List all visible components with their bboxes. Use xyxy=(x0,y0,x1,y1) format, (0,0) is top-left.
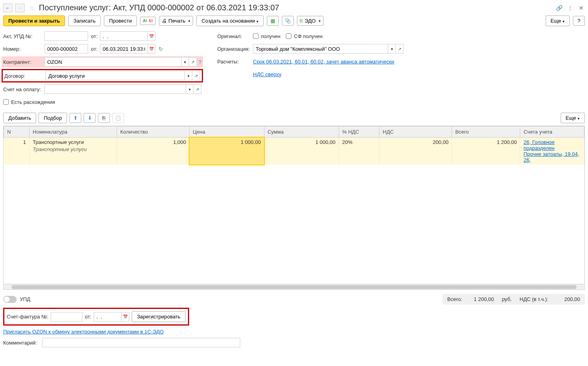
sf-received-label: СФ получен xyxy=(294,33,322,39)
invoice-acc-input[interactable] xyxy=(44,84,186,94)
cell-n[interactable]: 1 xyxy=(4,138,30,165)
items-table[interactable]: N Номенклатура Количество Цена Сумма % Н… xyxy=(3,126,585,284)
col-sum[interactable]: Сумма xyxy=(264,126,339,138)
more-button-table[interactable]: Еще▾ xyxy=(561,113,585,123)
calc-label: Расчеты: xyxy=(217,59,253,65)
arrow-down-icon: ⬇ xyxy=(88,115,92,121)
post-button[interactable]: Провести xyxy=(104,15,137,26)
original-label: Оригинал: xyxy=(217,33,253,39)
move-down-button[interactable]: ⬇ xyxy=(84,113,96,123)
number-from-label: от: xyxy=(88,46,98,52)
cell-total[interactable]: 1 200,00 xyxy=(452,138,520,165)
invoice-label: Счет-фактура №: xyxy=(7,314,48,320)
page-title: Поступление услуг: Акт, УПД 0000-000002 … xyxy=(39,3,553,12)
register-button[interactable]: Зарегистрировать xyxy=(132,311,185,322)
paste-button[interactable]: 📋 xyxy=(112,113,124,123)
contract-input[interactable] xyxy=(46,71,184,80)
refresh-icon[interactable]: ↻ xyxy=(159,46,163,52)
arrow-up-icon: ⬆ xyxy=(73,115,78,121)
paste-icon: 📋 xyxy=(115,115,121,121)
col-n[interactable]: N xyxy=(4,126,30,138)
copy-button[interactable]: ⎘ xyxy=(98,113,110,123)
edo-button[interactable]: ⎘ЭДО▾ xyxy=(297,16,324,26)
nav-forward-button[interactable]: → xyxy=(15,4,25,12)
save-button[interactable]: Записать xyxy=(68,15,101,26)
select-button[interactable]: Подбор xyxy=(38,113,67,123)
cell-quantity[interactable]: 1,000 xyxy=(117,138,190,165)
open-icon[interactable]: ↗ xyxy=(396,44,404,54)
act-number-input[interactable] xyxy=(44,31,88,41)
cell-accounts[interactable]: 26, Головное подразделен Прочие затраты,… xyxy=(520,138,584,165)
col-vat-pct[interactable]: % НДС xyxy=(339,126,379,138)
calendar-icon[interactable]: 📅 xyxy=(121,312,129,322)
org-input[interactable] xyxy=(253,44,388,54)
col-total[interactable]: Всего xyxy=(452,126,520,138)
nav-back-button[interactable]: ← xyxy=(3,4,13,12)
counterparty-label: Контрагент: xyxy=(3,59,44,65)
act-date-input[interactable] xyxy=(100,31,147,41)
print-button[interactable]: 🖨Печать▾ xyxy=(159,16,193,26)
edo-invite-link[interactable]: Пригласить OZON к обмену электронными до… xyxy=(3,329,164,335)
more-button-toolbar[interactable]: Еще▾ xyxy=(546,15,570,26)
number-date-input[interactable] xyxy=(100,44,147,54)
discrepancy-label: Есть расхождения xyxy=(11,99,55,105)
copy-icon: ⎘ xyxy=(102,115,105,121)
invoice-from-label: от: xyxy=(85,314,92,320)
vat-link[interactable]: НДС сверху xyxy=(253,71,282,77)
attachment-button[interactable]: 📎 xyxy=(282,16,294,26)
paperclip-icon: 📎 xyxy=(285,18,291,24)
chevron-down-icon[interactable]: ▾ xyxy=(184,71,192,80)
create-based-on-button[interactable]: Создать на основании▾ xyxy=(196,15,264,26)
chevron-down-icon[interactable]: ▾ xyxy=(186,84,193,94)
cell-nomenclature[interactable]: Транспортные услуги Транспортные услуги xyxy=(29,138,117,165)
col-vat[interactable]: НДС xyxy=(379,126,452,138)
help-icon[interactable]: ? xyxy=(199,59,201,65)
col-price[interactable]: Цена xyxy=(190,126,264,138)
structure-button[interactable]: ▦ xyxy=(267,16,279,26)
comment-input[interactable] xyxy=(42,338,240,347)
calendar-icon[interactable]: 📅 xyxy=(147,31,155,41)
invoice-number-input[interactable] xyxy=(51,312,82,322)
calc-link[interactable]: Срок 06.03.2021, 60.01, 60.02, зачет ава… xyxy=(253,59,394,65)
edo-icon: ⎘ xyxy=(300,18,303,24)
chevron-down-icon[interactable]: ▾ xyxy=(181,57,189,67)
act-label: Акт, УПД №: xyxy=(3,33,44,39)
calendar-icon[interactable]: 📅 xyxy=(147,44,155,54)
table-row[interactable]: 1 Транспортные услуги Транспортные услуг… xyxy=(4,138,584,165)
org-label: Организация: xyxy=(217,46,253,52)
help-button[interactable]: ? xyxy=(573,16,585,26)
dtct-button[interactable]: АтКт xyxy=(140,17,155,25)
move-up-button[interactable]: ⬆ xyxy=(69,113,81,123)
invoice-date-input[interactable] xyxy=(94,312,121,322)
number-label: Номер: xyxy=(3,46,44,52)
discrepancy-checkbox[interactable] xyxy=(3,99,9,105)
close-icon[interactable]: ✕ xyxy=(578,4,585,11)
received-checkbox[interactable] xyxy=(253,33,259,39)
kebab-menu-icon[interactable]: ⋮ xyxy=(567,4,574,11)
open-icon[interactable]: ↗ xyxy=(189,57,197,67)
contract-label: Договор: xyxy=(4,73,46,79)
open-icon[interactable]: ↗ xyxy=(192,71,200,80)
upd-toggle[interactable] xyxy=(3,296,17,303)
post-and-close-button[interactable]: Провести и закрыть xyxy=(3,15,65,26)
cell-sum[interactable]: 1 000,00 xyxy=(264,138,339,165)
counterparty-input[interactable] xyxy=(44,57,181,67)
col-nomenclature[interactable]: Номенклатура xyxy=(29,126,117,138)
sf-received-checkbox[interactable] xyxy=(286,33,291,39)
chevron-down-icon[interactable]: ▾ xyxy=(388,44,396,54)
cell-vat-pct[interactable]: 20% xyxy=(339,138,379,165)
horizontal-scrollbar[interactable] xyxy=(3,284,585,290)
printer-icon: 🖨 xyxy=(162,18,167,24)
add-row-button[interactable]: Добавить xyxy=(3,113,36,123)
number-input[interactable] xyxy=(44,44,88,54)
col-accounts[interactable]: Счета учета xyxy=(520,126,584,138)
open-icon[interactable]: ↗ xyxy=(193,84,201,94)
upd-label: УПД xyxy=(20,296,30,302)
comment-label: Комментарий: xyxy=(3,340,39,346)
structure-icon: ▦ xyxy=(270,18,275,24)
col-quantity[interactable]: Количество xyxy=(117,126,190,138)
cell-price[interactable]: 1 000,00 xyxy=(190,138,264,165)
link-icon[interactable]: 🔗 xyxy=(555,4,563,11)
favorite-star-icon[interactable]: ☆ xyxy=(29,4,35,12)
cell-vat[interactable]: 200,00 xyxy=(379,138,452,165)
